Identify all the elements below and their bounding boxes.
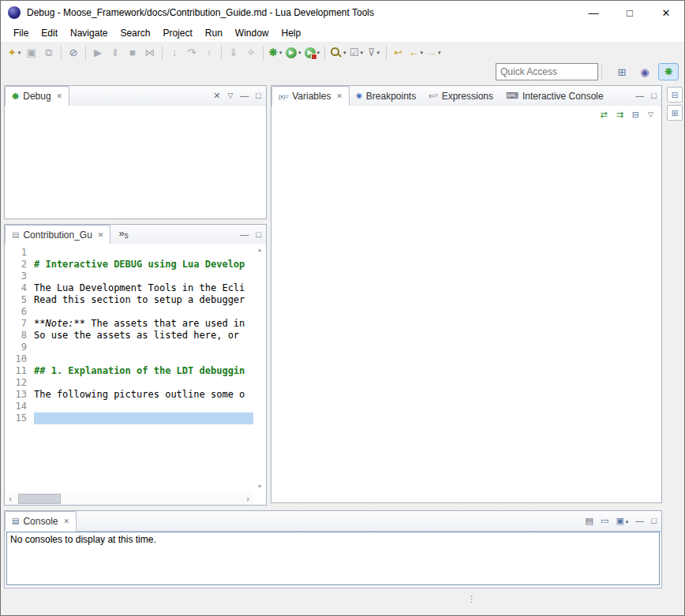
maximize-view-button[interactable]: □ (651, 91, 657, 100)
tab-expressions[interactable]: x=? Expressions (422, 86, 500, 106)
step-return-button[interactable]: ↑ (200, 44, 218, 62)
editor-line[interactable]: 7**Note:** The assets that are used in (5, 318, 253, 330)
minimize-view-button[interactable]: — (240, 91, 249, 100)
editor-line[interactable]: 14 (5, 401, 253, 413)
external-tools-button[interactable]: ▶ ▾ (303, 44, 322, 62)
menu-window[interactable]: Window (229, 26, 275, 40)
forward-button[interactable]: → ▾ (425, 44, 443, 62)
menu-help[interactable]: Help (275, 26, 308, 40)
hidden-editors-chevron[interactable]: » 5 (110, 225, 133, 244)
open-perspective-button[interactable]: ⊞ (612, 64, 631, 80)
tab-console[interactable]: ▤ Console ✕ (5, 511, 77, 532)
step-into-button[interactable]: ↓ (166, 44, 183, 62)
debug-perspective-button[interactable]: ❋ (658, 63, 679, 80)
editor-line[interactable]: 4The Lua Development Tools in the Ecli (5, 282, 253, 294)
drop-to-frame-button[interactable]: ⇓ (225, 44, 242, 62)
restore-view-button[interactable]: ⊟ (667, 87, 683, 103)
view-menu-button[interactable]: ▽ (227, 92, 233, 99)
editor-line[interactable]: 9 (5, 342, 253, 353)
scrollbar-thumb[interactable] (18, 494, 61, 504)
menu-run[interactable]: Run (199, 26, 229, 40)
run-button[interactable]: ▶ ▾ (284, 44, 303, 62)
search-button[interactable]: ▾ (328, 44, 348, 62)
scroll-down-icon[interactable]: ▾ (258, 483, 261, 490)
pause-button[interactable]: ‖ (107, 44, 124, 62)
editor-line[interactable]: 1 (5, 247, 253, 259)
editor-line[interactable]: 8So use the assets as listed here, or (5, 330, 253, 342)
back-button[interactable]: ← ▾ (407, 44, 425, 62)
scroll-right-icon[interactable]: › (242, 494, 253, 503)
current-line-highlight[interactable] (34, 413, 253, 424)
outline-view-button[interactable]: ⊞ (667, 105, 683, 121)
close-icon[interactable]: ✕ (336, 92, 342, 100)
code-text[interactable]: The assets that are used in (85, 318, 245, 330)
skip-breakpoints-button[interactable]: ⊘ (65, 44, 82, 62)
show-logical-structure-button[interactable]: ⇄ (600, 110, 607, 120)
app-icon[interactable] (8, 6, 21, 19)
debug-view-content[interactable] (5, 106, 266, 218)
code-text[interactable]: So use the assets as listed here, or (34, 330, 245, 342)
remove-terminated-button[interactable]: ✕ (213, 91, 220, 100)
close-icon[interactable]: ✕ (63, 517, 69, 525)
horizontal-scrollbar[interactable]: ‹ › (5, 492, 253, 505)
statusbar-grip[interactable]: ⋮ (467, 594, 475, 604)
maximize-view-button[interactable]: □ (256, 91, 261, 100)
menu-navigate[interactable]: Navigate (64, 26, 114, 40)
close-button[interactable]: ✕ (648, 1, 684, 24)
tab-breakpoints[interactable]: ◉ Breakpoints (350, 86, 422, 106)
code-text[interactable]: The following pictures outline some o (34, 389, 245, 401)
editor-line[interactable]: 13The following pictures outline some o (5, 389, 253, 401)
close-icon[interactable]: ✕ (98, 231, 104, 239)
code-text-emphasis[interactable]: **Note:** (34, 318, 85, 330)
maximize-view-button[interactable]: □ (256, 230, 261, 239)
quick-access-input[interactable] (496, 63, 598, 80)
code-text[interactable]: ## 1. Explanation of the LDT debuggin (34, 365, 245, 377)
last-edit-location-button[interactable]: ↩ (390, 44, 407, 62)
editor-line-current[interactable]: 15 (5, 413, 253, 424)
tab-variables[interactable]: (x)= Variables ✕ (271, 86, 350, 106)
variables-content[interactable] (272, 124, 661, 502)
maximize-view-button[interactable]: □ (651, 517, 657, 525)
menu-edit[interactable]: Edit (35, 26, 64, 40)
editor-line[interactable]: 3 (5, 271, 253, 282)
new-console-button[interactable]: ▤ (586, 517, 593, 525)
menu-project[interactable]: Project (156, 26, 198, 40)
tab-debug[interactable]: ❋ Debug ✕ (5, 86, 69, 106)
minimize-view-button[interactable]: — (240, 230, 249, 239)
code-text[interactable]: # Interactive DEBUG using Lua Develop (34, 259, 245, 271)
code-text[interactable]: Read this section to setup a debugger (34, 294, 245, 306)
stop-button[interactable]: ■ (124, 44, 141, 62)
code-text[interactable]: The Lua Development Tools in the Ecli (34, 282, 245, 294)
step-over-button[interactable]: ↷ (183, 44, 200, 62)
scroll-left-icon[interactable]: ‹ (5, 494, 16, 503)
disconnect-button[interactable]: ⋈ (141, 44, 159, 62)
minimize-view-button[interactable]: — (635, 517, 644, 525)
open-console-button[interactable]: ▣▾ (616, 517, 628, 525)
ldt-perspective-button[interactable]: ◉ (635, 64, 654, 80)
editor-line[interactable]: 6 (5, 306, 253, 318)
debug-button[interactable]: ❋ ▾ (267, 44, 284, 62)
console-content[interactable]: No consoles to display at this time. (6, 532, 660, 585)
save-all-button[interactable]: ⧉ (40, 44, 58, 62)
editor-line[interactable]: 11## 1. Explanation of the LDT debuggin (5, 365, 253, 377)
menu-file[interactable]: File (7, 26, 35, 40)
menu-search[interactable]: Search (114, 26, 156, 40)
collapse-all-button[interactable]: ⊟ (632, 110, 639, 120)
display-selected-console-button[interactable]: ▭ (601, 517, 608, 525)
editor-line[interactable]: 2# Interactive DEBUG using Lua Develop (5, 259, 253, 271)
minimize-view-button[interactable]: — (635, 91, 644, 100)
forward-nav-button[interactable]: ⇉ (616, 110, 623, 120)
scroll-up-icon[interactable]: ▴ (258, 246, 261, 253)
editor-line[interactable]: 10 (5, 353, 253, 365)
vertical-scrollbar[interactable]: ▴ ▾ (253, 244, 266, 492)
step-filters-button[interactable]: ✧ (242, 44, 260, 62)
pin-editor-button[interactable]: ⊽ ▾ (365, 44, 383, 62)
tab-contribution-guide[interactable]: ▤ Contribution_Gu ✕ (5, 225, 110, 245)
editor-line[interactable]: 12 (5, 377, 253, 389)
resume-button[interactable]: ▶ (89, 44, 107, 62)
minimize-button[interactable]: — (575, 1, 612, 24)
code-area[interactable]: 1 2# Interactive DEBUG using Lua Develop… (5, 244, 253, 492)
save-button[interactable]: ▣ (23, 44, 40, 62)
tab-interactive-console[interactable]: ⌨ Interactive Console (500, 86, 610, 106)
view-menu-button[interactable]: ▽ (648, 111, 653, 118)
